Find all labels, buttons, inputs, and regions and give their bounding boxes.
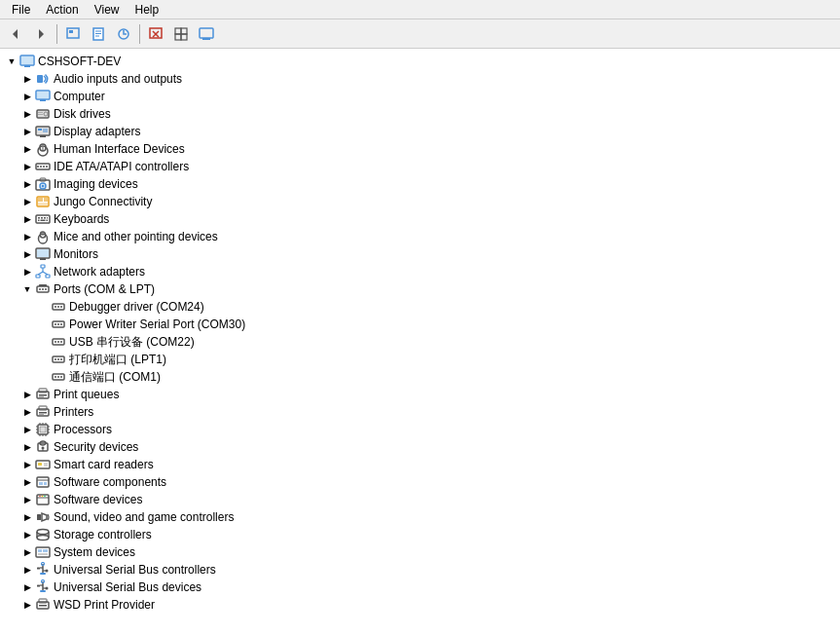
tree-item-keyboard[interactable]: Keyboards: [0, 210, 840, 228]
svg-rect-24: [37, 92, 49, 98]
menu-action[interactable]: Action: [38, 1, 86, 19]
svg-point-89: [55, 358, 56, 360]
scan-icon: [174, 27, 188, 41]
properties-icon: [91, 27, 105, 41]
expand-systemdevices[interactable]: [19, 544, 35, 560]
tree-item-softwarecomponents[interactable]: Software components: [0, 473, 840, 491]
properties-button[interactable]: [87, 22, 110, 46]
update-driver-button[interactable]: [112, 22, 135, 46]
tree-item-com1[interactable]: 通信端口 (COM1): [0, 368, 840, 386]
svg-rect-16: [200, 28, 213, 38]
expand-sound[interactable]: [19, 509, 35, 525]
expand-softwarecomponents[interactable]: [19, 474, 35, 490]
svg-rect-29: [38, 114, 43, 115]
expand-processors[interactable]: [19, 422, 35, 437]
svg-point-74: [45, 288, 47, 290]
expand-disk[interactable]: [19, 106, 35, 122]
expand-softwaredevices[interactable]: [19, 492, 35, 507]
svg-rect-19: [24, 65, 30, 67]
expand-computer[interactable]: [19, 89, 35, 104]
expand-security[interactable]: [19, 439, 35, 455]
menu-help[interactable]: Help: [128, 1, 167, 19]
tree-item-ports[interactable]: Ports (COM & LPT): [0, 280, 840, 298]
display-icon: [199, 27, 214, 41]
display-button[interactable]: [195, 22, 218, 46]
expand-hid[interactable]: [19, 141, 35, 157]
tree-item-monitors[interactable]: Monitors: [0, 245, 840, 263]
expand-keyboard[interactable]: [19, 211, 35, 227]
expand-ide[interactable]: [19, 159, 35, 174]
expand-usbdevices[interactable]: [19, 579, 35, 595]
tree-item-softwaredevices[interactable]: Software devices: [0, 491, 840, 508]
tree-item-wsd[interactable]: WSD Print Provider: [0, 596, 840, 614]
tree-item-storage[interactable]: Storage controllers: [0, 526, 840, 543]
expand-wsd[interactable]: [19, 597, 35, 613]
expand-printqueues[interactable]: [19, 387, 35, 402]
computer-label: Computer: [54, 90, 105, 103]
svg-point-72: [39, 288, 41, 290]
expand-mice[interactable]: [19, 229, 35, 244]
svg-rect-65: [41, 265, 45, 268]
expand-root[interactable]: [4, 54, 19, 69]
tree-item-mice[interactable]: Mice and other pointing devices: [0, 228, 840, 245]
tree-item-usbcontrollers[interactable]: Universal Serial Bus controllers: [0, 561, 840, 579]
show-hide-button[interactable]: [61, 22, 85, 46]
menu-view[interactable]: View: [87, 1, 128, 19]
tree-item-hid[interactable]: Human Interface Devices: [0, 140, 840, 158]
tree-item-audio[interactable]: Audio inputs and outputs: [0, 70, 840, 88]
svg-rect-143: [38, 553, 48, 555]
tree-item-usbdevices[interactable]: Universal Serial Bus devices: [0, 579, 840, 596]
tree-item-display[interactable]: Display adapters: [0, 123, 840, 140]
show-hide-icon: [66, 27, 80, 41]
tree-item-network[interactable]: Network adapters: [0, 263, 840, 280]
expand-ports[interactable]: [19, 281, 35, 297]
tree-item-com24[interactable]: Debugger driver (COM24): [0, 298, 840, 316]
tree-item-jungo[interactable]: Jungo Connectivity: [0, 193, 840, 210]
expand-printers[interactable]: [19, 404, 35, 420]
menu-file[interactable]: File: [4, 1, 38, 19]
tree-item-printers[interactable]: Printers: [0, 403, 840, 421]
svg-rect-135: [37, 514, 41, 520]
svg-point-133: [42, 496, 44, 498]
tree-item-smartcard[interactable]: Smart card readers: [0, 456, 840, 473]
expand-smartcard[interactable]: [19, 457, 35, 472]
expand-jungo[interactable]: [19, 194, 35, 209]
tree-item-printqueues[interactable]: Print queues: [0, 386, 840, 403]
tree-item-disk[interactable]: Disk drives: [0, 105, 840, 123]
tree-item-imaging[interactable]: Imaging devices: [0, 175, 840, 193]
svg-rect-58: [47, 220, 49, 222]
svg-rect-51: [36, 215, 50, 223]
forward-button[interactable]: [29, 22, 53, 46]
svg-point-94: [57, 376, 59, 378]
tree-item-sound[interactable]: Sound, video and game controllers: [0, 508, 840, 526]
tree-item-processors[interactable]: Processors: [0, 421, 840, 438]
svg-rect-147: [37, 568, 40, 570]
tree-item-com30[interactable]: Power Writer Serial Port (COM30): [0, 316, 840, 333]
jungo-label: Jungo Connectivity: [54, 195, 152, 208]
tree-item-ide[interactable]: IDE ATA/ATAPI controllers: [0, 158, 840, 175]
expand-imaging[interactable]: [19, 176, 35, 192]
expand-storage[interactable]: [19, 527, 35, 542]
tree-item-computer[interactable]: Computer: [0, 88, 840, 105]
expand-network[interactable]: [19, 264, 35, 280]
svg-rect-129: [44, 482, 47, 485]
svg-rect-103: [39, 414, 44, 415]
display-label: Display adapters: [54, 125, 140, 138]
tree-item-systemdevices[interactable]: System devices: [0, 543, 840, 561]
tree-item-security[interactable]: Security devices: [0, 438, 840, 456]
svg-point-39: [37, 166, 39, 168]
svg-point-136: [37, 530, 49, 535]
expand-display[interactable]: [19, 124, 35, 139]
tree-item-lpt1[interactable]: 打印机端口 (LPT1): [0, 351, 840, 368]
expand-monitors[interactable]: [19, 246, 35, 262]
expand-usbcontrollers[interactable]: [19, 562, 35, 578]
softwaredevices-label: Software devices: [54, 493, 142, 506]
back-button[interactable]: [4, 22, 27, 46]
svg-rect-48: [38, 198, 43, 202]
uninstall-button[interactable]: [144, 22, 167, 46]
tree-root[interactable]: CSHSOFT-DEV: [0, 53, 840, 70]
tree-item-com22[interactable]: USB 串行设备 (COM22): [0, 333, 840, 351]
softwarecomponents-label: Software components: [54, 475, 166, 489]
scan-button[interactable]: [169, 22, 193, 46]
expand-audio[interactable]: [19, 71, 35, 87]
